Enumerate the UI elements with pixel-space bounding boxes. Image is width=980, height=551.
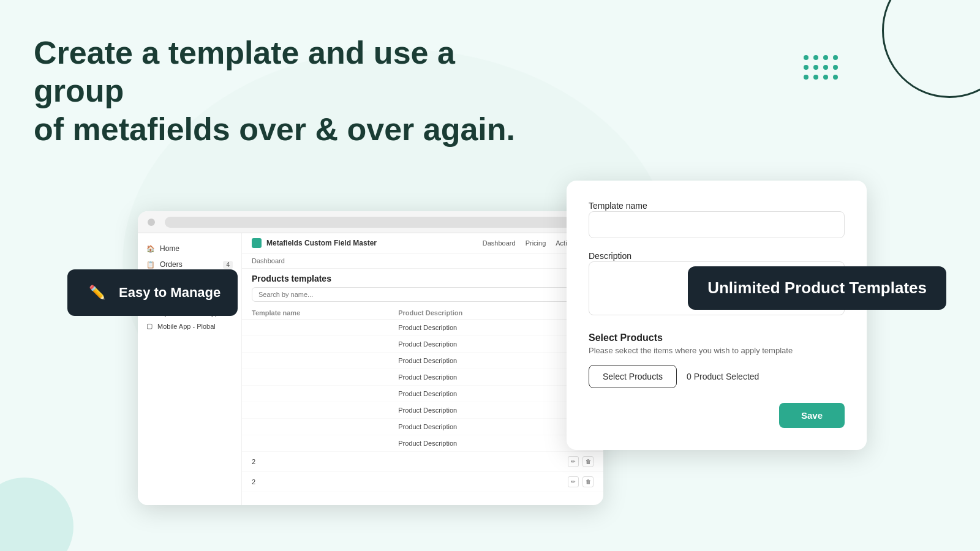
template-name-label: Template name [589,201,647,211]
easy-badge-label: Easy to Manage [119,285,221,301]
col-header-2: Product Description [398,309,594,317]
table-row-with-actions: 2 ✏ 🗑 [242,472,603,492]
row-num: 2 [252,478,387,485]
sidebar-home-label: Home [160,244,179,253]
inner-table: Template name Product Description Produc… [242,307,603,505]
channel-mobile-label: Mobile App - Plobal [157,323,216,330]
inner-main: Metafields Custom Field Master Dashboard… [242,233,603,505]
edit-icon[interactable]: ✏ [568,456,579,467]
nav-pricing[interactable]: Pricing [526,238,546,248]
app-logo [252,238,262,248]
app-name: Metafields Custom Field Master [266,239,478,247]
template-name-input[interactable] [589,211,845,238]
sidebar-home[interactable]: 🏠 Home [138,241,241,257]
browser-circle-1 [148,219,155,226]
save-button[interactable]: Save [779,403,845,428]
select-products-button[interactable]: Select Products [589,365,677,388]
table-row: Product Description [242,435,603,452]
nav-dashboard[interactable]: Dashboard [483,238,516,248]
table-row: Product Description [242,336,603,353]
row-col2: Product Description [398,324,594,331]
row-col2: Product Description [398,340,594,348]
heading-line2: of metafields over & over again. [34,111,515,147]
search-input[interactable] [252,287,594,302]
row-actions: ✏ 🗑 [568,456,594,467]
row-col2: Product Description [398,423,594,430]
description-label: Description [589,251,631,261]
table-row: Product Description [242,353,603,369]
edit-icon[interactable]: ✏ [568,476,579,487]
form-footer: Save [589,403,845,428]
row-col2: Product Description [398,407,594,414]
easy-to-manage-badge: ✏️ Easy to Manage [67,269,238,316]
row-col2: Product Description [398,357,594,364]
table-row: Product Description [242,369,603,386]
select-products-subtitle: Please sekect the items where you wish t… [589,346,845,355]
bg-circle-top-right [882,0,980,98]
bg-circle-bottom-left [0,478,74,551]
dots-grid [804,55,839,81]
pencil-icon: ✏️ [85,280,109,305]
table-row: Product Description [242,386,603,402]
select-products-title: Select Products [589,332,845,343]
browser-address-bar [165,217,594,228]
row-col2: Product Description [398,373,594,381]
sidebar-orders-label: Orders [160,260,183,269]
orders-badge: 4 [223,261,233,269]
unlimited-badge-label: Unlimited Product Templates [707,279,927,297]
row-col2: Product Description [398,390,594,397]
col-header-1: Template name [252,309,398,317]
table-header: Template name Product Description [242,307,603,320]
browser-topbar [138,211,603,233]
row-num: 2 [252,458,387,465]
home-icon: 🏠 [146,244,155,253]
select-products-row: Select Products 0 Product Selected [589,365,845,388]
inner-header: Metafields Custom Field Master Dashboard… [242,233,603,253]
channel-mobile-app[interactable]: ▢ Mobile App - Plobal [138,320,241,332]
table-row: Product Description [242,402,603,419]
delete-icon[interactable]: 🗑 [582,476,594,487]
unlimited-badge: Unlimited Product Templates [688,266,946,310]
table-row: Product Description [242,419,603,435]
select-products-section: Select Products Please sekect the items … [589,332,845,388]
row-actions: ✏ 🗑 [568,476,594,487]
orders-icon: 📋 [146,260,155,269]
heading-line1: Create a template and use a group [34,35,455,108]
page-title: Products templates [242,269,603,287]
breadcrumb: Dashboard [242,253,603,269]
row-col2: Product Description [398,440,594,447]
browser-window: 🏠 Home 📋 Orders 4 Sales channels ⚙ Onlin… [138,211,603,505]
table-row: Product Description [242,320,603,336]
channel-mobile-icon: ▢ [146,322,153,330]
delete-icon[interactable]: 🗑 [582,456,594,467]
main-heading: Create a template and use a group of met… [34,34,524,148]
products-selected-text: 0 Product Selected [687,372,759,381]
template-form-panel: Template name Description Select Product… [567,181,867,450]
table-row-with-actions: 2 ✏ 🗑 [242,452,603,472]
